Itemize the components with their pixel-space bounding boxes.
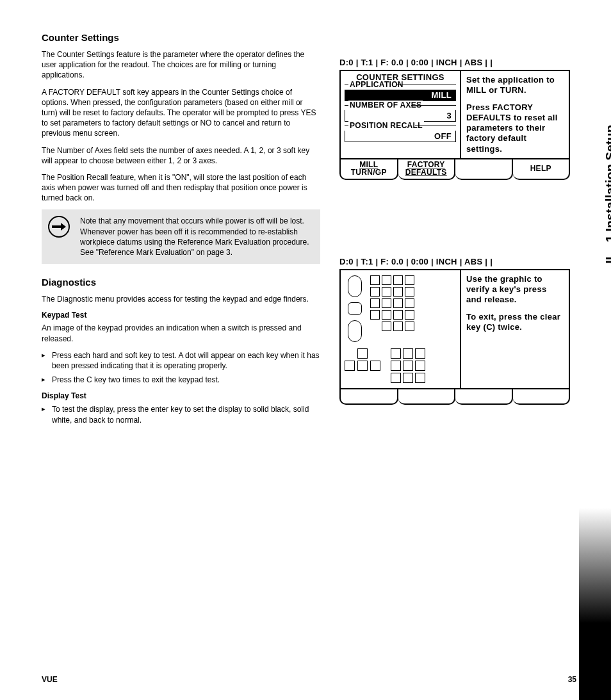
field-value-recall: OFF [345,131,456,142]
list-item: Press each hard and soft key to test. A … [42,350,320,371]
body-text: The Diagnostic menu provides access for … [42,294,320,304]
softkey-factory-defaults: FACTORY DEFAULTS [398,159,456,180]
help-text: Press FACTORY DEFAULTS to reset all para… [466,102,564,154]
body-text: A FACTORY DEFAULT soft key appears in th… [42,87,320,139]
lcd-help-panel: Use the graphic to verify a key's press … [461,269,570,389]
subheading-keypad-test: Keypad Test [42,311,320,320]
softkey-blank [513,389,571,405]
side-gradient [579,508,611,700]
keypad-key [345,361,355,371]
body-text: The Position Recall feature, when it is … [42,172,320,204]
note-box: Note that any movement that occurs while… [42,209,320,264]
field-label: POSITION RECALL [348,121,424,130]
keypad-key [348,320,362,342]
list-item: Press the C key two times to exit the ke… [42,375,320,385]
keypad-key [348,302,362,315]
list-item: To test the display, press the enter key… [42,404,320,425]
note-text: Note that any movement that occurs while… [80,216,314,257]
subheading-display-test: Display Test [42,391,320,400]
keypad-key [348,275,362,297]
field-value-axes: 3 [345,110,456,122]
lcd-keypad-graphic [339,269,461,389]
body-text: An image of the keypad provides an indic… [42,323,320,343]
softkey-blank [455,159,513,180]
softkey-blank [339,389,398,405]
keypad-key [357,348,368,359]
field-value-application: MILL [345,90,456,101]
help-text: To exit, press the clear key (C) twice. [466,312,564,333]
heading-diagnostics: Diagnostics [42,277,320,288]
footer-page-number: 35 [568,675,576,684]
keypad-key [357,361,368,371]
body-text: The Number of Axes field sets the number… [42,145,320,166]
arrow-right-icon [48,216,70,238]
keypad-key [370,361,380,371]
lcd-status-bar: D:0 | T:1 | F: 0.0 | 0:00 | INCH | ABS |… [339,257,573,266]
help-text: Set the application to MILL or TURN. [466,75,564,96]
softkey-mill-turn: MILL TURN/GP [339,159,398,180]
lcd-left-panel: COUNTER SETTINGS APPLICATION MILL NUMBER… [339,70,461,159]
section-tab: II – 1 Installation Setup [603,125,611,264]
field-label: APPLICATION [348,80,405,89]
body-text: The Counter Settings feature is the para… [42,49,320,81]
lcd-status-bar: D:0 | T:1 | F: 0.0 | 0:00 | INCH | ABS |… [339,58,573,67]
softkey-help: HELP [513,159,571,180]
footer-product: VUE [42,675,58,684]
heading-counter-settings: Counter Settings [42,32,320,43]
lcd-help-panel: Set the application to MILL or TURN. Pre… [461,70,570,159]
help-text: Use the graphic to verify a key's press … [466,274,564,305]
softkey-blank [455,389,513,405]
softkey-blank [398,389,456,405]
